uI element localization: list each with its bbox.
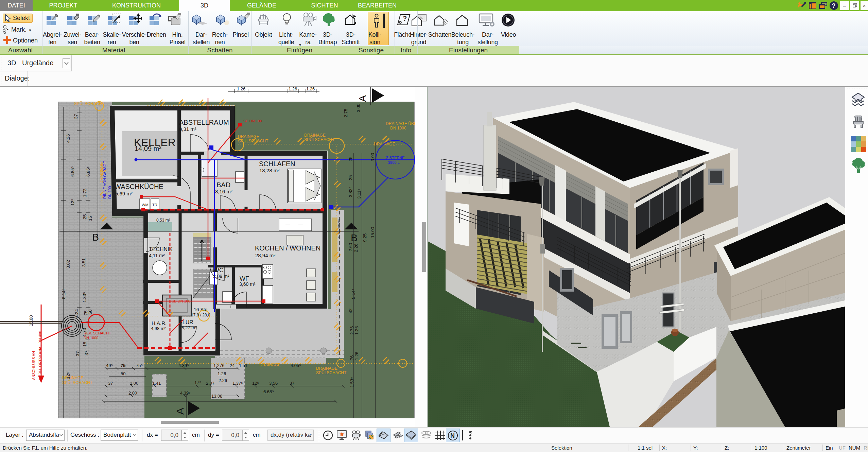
- svg-text:37: 37: [73, 114, 79, 119]
- svg-text:1.276: 1.276: [213, 363, 225, 368]
- svg-text:SPÜLSCHACHT: SPÜLSCHACHT: [62, 380, 93, 385]
- svg-text:1.41: 1.41: [152, 381, 161, 386]
- svg-text:37: 37: [108, 381, 113, 386]
- svg-text:12⁵: 12⁵: [66, 372, 71, 379]
- svg-text:1.26: 1.26: [237, 87, 245, 91]
- svg-text:3.82⁵: 3.82⁵: [348, 187, 353, 197]
- svg-text:H.A.R.: H.A.R.: [152, 320, 167, 326]
- svg-text:1.33⁵: 1.33⁵: [82, 292, 87, 302]
- svg-text:75⁵: 75⁵: [136, 363, 143, 368]
- svg-text:2.00: 2.00: [130, 381, 138, 386]
- svg-text:?: ?: [403, 15, 407, 22]
- svg-text:4.24: 4.24: [74, 309, 79, 318]
- svg-text:28,94 m²: 28,94 m²: [255, 253, 275, 258]
- svg-text:12⁵: 12⁵: [252, 381, 259, 386]
- svg-text:WF: WF: [240, 275, 249, 282]
- svg-text:3.00: 3.00: [356, 104, 361, 112]
- svg-text:9.25: 9.25: [362, 233, 367, 242]
- svg-text:25: 25: [348, 175, 353, 180]
- svg-text:17,8 / 28,0: 17,8 / 28,0: [191, 313, 210, 317]
- svg-text:1.53⁵: 1.53⁵: [349, 377, 354, 387]
- svg-text:2.76: 2.76: [349, 326, 354, 335]
- svg-text:76: 76: [349, 355, 354, 360]
- svg-text:1.37⁵: 1.37⁵: [232, 381, 243, 386]
- svg-text:KOCHEN / WOHNEN: KOCHEN / WOHNEN: [255, 244, 320, 252]
- svg-text:WC: WC: [213, 267, 224, 274]
- svg-text:1.73: 1.73: [82, 328, 87, 336]
- svg-text:6.85⁵: 6.85⁵: [86, 166, 91, 177]
- svg-text:0,53 m²: 0,53 m²: [156, 218, 170, 223]
- svg-text:BAD: BAD: [216, 181, 230, 189]
- svg-text:DN 1000: DN 1000: [390, 126, 406, 131]
- svg-text:6.68⁵: 6.68⁵: [263, 389, 274, 394]
- svg-text:SB DN 100: SB DN 100: [172, 299, 190, 303]
- svg-text:2.26: 2.26: [353, 244, 359, 252]
- svg-text:12⁵: 12⁵: [70, 199, 75, 206]
- svg-text:ZISTERNE: ZISTERNE: [386, 156, 404, 160]
- svg-text:3.51: 3.51: [81, 258, 86, 267]
- svg-text:DRAINAGE ÜBE: DRAINAGE ÜBE: [386, 121, 415, 126]
- svg-text:VORH. ORTSKANAL DN 400: VORH. ORTSKANAL DN 400: [38, 331, 42, 380]
- svg-text:REV. SCHACHT: REV. SCHACHT: [84, 331, 111, 335]
- svg-text:8,31 m²: 8,31 m²: [179, 126, 196, 132]
- svg-text:37: 37: [84, 351, 89, 355]
- svg-text:4,98 m²: 4,98 m²: [151, 326, 166, 331]
- svg-text:1.26: 1.26: [289, 87, 297, 91]
- svg-text:A: A: [174, 408, 186, 415]
- svg-text:SPÜLSCHACHT: SPÜLSCHACHT: [304, 137, 335, 142]
- svg-text:DRAINAGE: DRAINAGE: [304, 133, 326, 138]
- svg-text:DRAINAGE: DRAINAGE: [316, 366, 337, 371]
- svg-text:25: 25: [348, 157, 353, 161]
- svg-text:17⁵: 17⁵: [194, 380, 201, 385]
- svg-text:15: 15: [82, 342, 87, 347]
- svg-text:WM: WM: [142, 203, 149, 207]
- svg-text:WASCHKÜCHE: WASCHKÜCHE: [115, 183, 163, 190]
- svg-text:4.26: 4.26: [66, 134, 71, 143]
- svg-text:4,11 m²: 4,11 m²: [149, 253, 165, 258]
- svg-text:RINNE VON GARAGE: RINNE VON GARAGE: [103, 161, 107, 199]
- svg-text:5,69 m²: 5,69 m²: [115, 191, 133, 196]
- svg-text:2.75: 2.75: [343, 109, 348, 117]
- svg-text:SE DN 100: SE DN 100: [243, 119, 262, 123]
- svg-text:FLUR: FLUR: [179, 319, 193, 325]
- svg-text:15.00: 15.00: [370, 227, 375, 238]
- svg-text:SPÜLSCHACHT: SPÜLSCHACHT: [238, 139, 268, 143]
- svg-text:1.26: 1.26: [354, 326, 359, 335]
- svg-text:75: 75: [121, 363, 125, 368]
- svg-text:5.14⁵: 5.14⁵: [351, 289, 356, 299]
- svg-text:DRAINAGE: DRAINAGE: [238, 134, 259, 139]
- svg-text:3.00: 3.00: [370, 153, 375, 161]
- svg-text:TR: TR: [152, 203, 157, 207]
- svg-text:49⁵: 49⁵: [106, 363, 113, 368]
- svg-text:3800 L: 3800 L: [388, 160, 400, 164]
- svg-text:3.56: 3.56: [269, 381, 278, 386]
- svg-text:2.26: 2.26: [219, 378, 227, 383]
- svg-text:3.11⁵: 3.11⁵: [357, 189, 362, 199]
- svg-text:15: 15: [88, 216, 93, 221]
- svg-text:3.02: 3.02: [66, 260, 71, 268]
- svg-text:SCHLAFEN: SCHLAFEN: [259, 160, 295, 168]
- svg-text:50: 50: [121, 371, 125, 376]
- svg-text:25: 25: [82, 214, 87, 219]
- svg-text:1.26: 1.26: [218, 371, 226, 376]
- svg-text:42: 42: [348, 309, 353, 313]
- svg-text:6.85⁵: 6.85⁵: [70, 166, 75, 177]
- svg-text:4.05⁵: 4.05⁵: [291, 363, 301, 368]
- svg-text:15,27 m²: 15,27 m²: [179, 325, 197, 330]
- svg-text:DRAINAGE: DRAINAGE: [374, 142, 395, 146]
- svg-text:15.00: 15.00: [29, 315, 34, 326]
- svg-text:1.26: 1.26: [354, 352, 359, 360]
- svg-text:A: A: [357, 95, 368, 102]
- svg-text:ABSTELLRAUM: ABSTELLRAUM: [179, 119, 229, 126]
- svg-text:B: B: [351, 232, 358, 243]
- svg-text:1.26: 1.26: [306, 87, 315, 91]
- svg-text:SPÜLSCHACHT: SPÜLSCHACHT: [316, 370, 347, 375]
- svg-text:14,09 m²: 14,09 m²: [135, 145, 161, 152]
- svg-text:DN 100: DN 100: [108, 186, 112, 199]
- svg-text:1.51: 1.51: [239, 363, 247, 368]
- svg-text:2,09 m²: 2,09 m²: [213, 274, 229, 279]
- svg-text:37: 37: [75, 351, 80, 356]
- svg-text:4.39⁵: 4.39⁵: [180, 390, 191, 396]
- svg-text:4.39⁵: 4.39⁵: [178, 363, 189, 368]
- svg-text:8,16 m²: 8,16 m²: [215, 189, 232, 194]
